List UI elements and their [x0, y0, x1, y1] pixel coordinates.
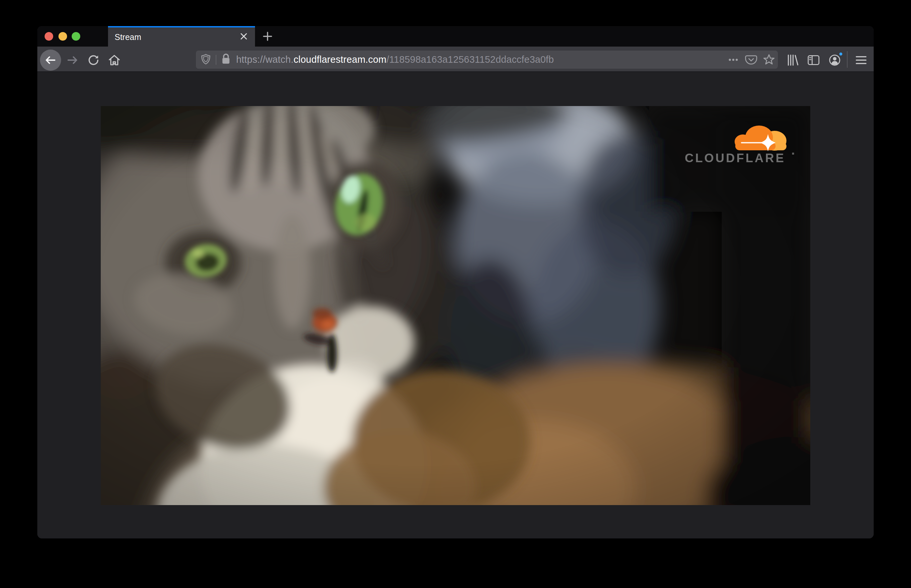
tab-stream[interactable]: Stream [108, 26, 255, 47]
navigation-toolbar: https://watch.cloudflarestream.com/11859… [37, 47, 874, 72]
url-text: https://watch.cloudflarestream.com/11859… [236, 54, 554, 65]
url-scheme-host: https://watch. [236, 54, 294, 65]
window-close-button[interactable] [45, 32, 53, 40]
library-icon[interactable] [782, 50, 803, 71]
account-icon[interactable] [824, 50, 845, 71]
back-icon[interactable] [40, 50, 61, 71]
toolbar-separator [847, 51, 848, 68]
trademark-mark [792, 153, 794, 155]
lock-icon[interactable] [221, 53, 231, 66]
tracking-shield-icon[interactable] [200, 53, 211, 66]
url-path: /118598a163a125631152ddaccfe3a0fb [386, 54, 554, 65]
window-zoom-button[interactable] [72, 32, 80, 40]
close-tab-icon[interactable] [240, 32, 248, 40]
tab-title: Stream [115, 26, 141, 47]
video-player[interactable]: CLOUDFLARE [101, 106, 810, 505]
account-notification-dot [838, 52, 843, 57]
video-frame-cat: CLOUDFLARE [101, 106, 810, 505]
urlbar-divider [216, 55, 216, 65]
pocket-icon[interactable] [742, 51, 760, 69]
forward-icon[interactable] [62, 50, 83, 71]
tab-bar: Stream [37, 26, 874, 47]
window-minimize-button[interactable] [58, 32, 67, 40]
home-icon[interactable] [104, 50, 125, 71]
bookmark-star-icon[interactable] [760, 51, 778, 69]
sidebar-icon[interactable] [803, 50, 824, 71]
page-action-buttons [724, 50, 778, 69]
reload-icon[interactable] [83, 50, 104, 71]
page-actions-icon[interactable] [724, 51, 742, 69]
url-bar[interactable]: https://watch.cloudflarestream.com/11859… [196, 50, 778, 69]
page-content: CLOUDFLARE [37, 73, 874, 538]
cloudflare-watermark-text: CLOUDFLARE [685, 151, 785, 165]
new-tab-icon[interactable] [262, 31, 273, 42]
url-domain: cloudflarestream.com [294, 54, 386, 65]
browser-window: Stream [37, 26, 874, 538]
menu-icon[interactable] [851, 50, 872, 71]
